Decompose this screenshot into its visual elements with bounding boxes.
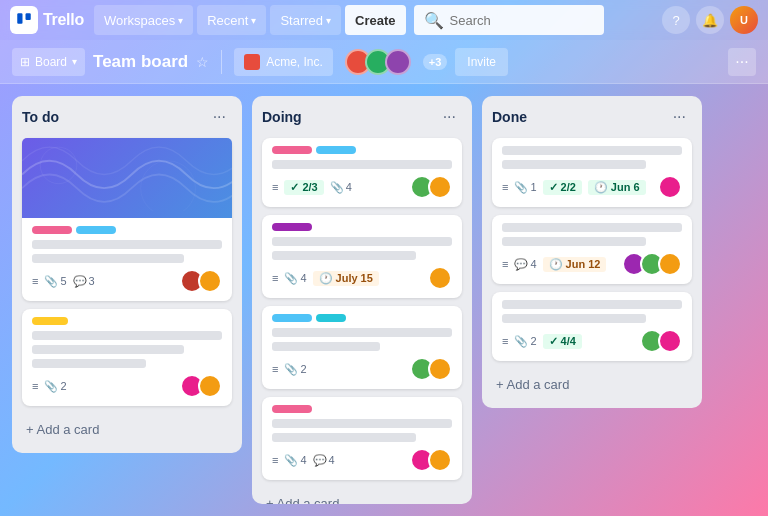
chevron-down-icon: ▾ bbox=[251, 15, 256, 26]
card[interactable]: ≡ 📎 1 ✓ 2/2 🕐 Jun 6 bbox=[492, 138, 692, 207]
recent-menu[interactable]: Recent ▾ bbox=[197, 5, 266, 35]
navbar: Trello Workspaces ▾ Recent ▾ Starred ▾ C… bbox=[0, 0, 768, 40]
card-avatar bbox=[658, 329, 682, 353]
star-icon[interactable]: ☆ bbox=[196, 54, 209, 70]
menu-icon: ≡ bbox=[32, 380, 38, 392]
due-date-badge: 🕐 Jun 12 bbox=[543, 257, 607, 272]
trello-logo[interactable]: Trello bbox=[10, 6, 84, 34]
card-text bbox=[502, 223, 682, 232]
card[interactable]: ≡ 📎 2 bbox=[22, 309, 232, 406]
more-members-badge[interactable]: +3 bbox=[423, 54, 448, 70]
card-text bbox=[272, 328, 452, 337]
clock-icon: 🕐 bbox=[549, 258, 563, 271]
card-avatars bbox=[410, 448, 452, 472]
user-avatar[interactable]: U bbox=[730, 6, 758, 34]
card-text bbox=[272, 251, 416, 260]
column-header-todo: To do ··· bbox=[22, 106, 232, 128]
notifications-button[interactable]: 🔔 bbox=[696, 6, 724, 34]
card-avatars bbox=[180, 374, 222, 398]
card-text bbox=[502, 300, 682, 309]
menu-icon: ≡ bbox=[272, 363, 278, 375]
card-text bbox=[272, 419, 452, 428]
column-header-doing: Doing ··· bbox=[262, 106, 462, 128]
chevron-down-icon: ▾ bbox=[72, 56, 77, 67]
comments: 💬 3 bbox=[73, 275, 95, 288]
menu-icon: ≡ bbox=[272, 181, 278, 193]
card-avatar bbox=[658, 252, 682, 276]
card-text bbox=[32, 254, 184, 263]
column-header-done: Done ··· bbox=[492, 106, 692, 128]
search-box[interactable]: 🔍 bbox=[414, 5, 604, 35]
column-menu-done[interactable]: ··· bbox=[667, 106, 692, 128]
board-header: ⊞ Board ▾ Team board ☆ Acme, Inc. +3 Inv… bbox=[0, 40, 768, 84]
starred-menu[interactable]: Starred ▾ bbox=[270, 5, 341, 35]
member-avatar-3[interactable] bbox=[385, 49, 411, 75]
workspaces-menu[interactable]: Workspaces ▾ bbox=[94, 5, 193, 35]
paperclip-icon: 📎 bbox=[44, 380, 58, 393]
attachments: 📎 2 bbox=[284, 363, 306, 376]
member-avatars bbox=[345, 49, 411, 75]
card-meta: ≡ 📎 4 🕐 July 15 bbox=[272, 266, 452, 290]
workspace-button[interactable]: Acme, Inc. bbox=[234, 48, 333, 76]
card-meta: ≡ 📎 2 ✓ 4/4 bbox=[502, 329, 682, 353]
card-avatars bbox=[428, 266, 452, 290]
card-text bbox=[272, 160, 452, 169]
label bbox=[32, 226, 72, 234]
label bbox=[272, 223, 312, 231]
card-avatar bbox=[198, 374, 222, 398]
board-more-button[interactable]: ··· bbox=[728, 48, 756, 76]
column-done: Done ··· ≡ 📎 1 ✓ 2/2 🕐 Jun 6 bbox=[482, 96, 702, 408]
card-avatars bbox=[410, 175, 452, 199]
card-avatar bbox=[428, 357, 452, 381]
card-avatar bbox=[428, 448, 452, 472]
board-type-button[interactable]: ⊞ Board ▾ bbox=[12, 48, 85, 76]
card-text bbox=[502, 160, 646, 169]
menu-icon: ≡ bbox=[502, 335, 508, 347]
card-avatar bbox=[428, 266, 452, 290]
card-avatars bbox=[622, 252, 682, 276]
card-meta: ≡ 📎 5 💬 3 bbox=[32, 269, 222, 293]
paperclip-icon: 📎 bbox=[44, 275, 58, 288]
attachments: 📎 1 bbox=[514, 181, 536, 194]
card[interactable]: ≡ 📎 2 bbox=[262, 306, 462, 389]
trello-wordmark: Trello bbox=[43, 11, 84, 29]
create-button[interactable]: Create bbox=[345, 5, 405, 35]
label bbox=[272, 314, 312, 322]
card-cover bbox=[22, 138, 232, 218]
card-labels bbox=[272, 146, 452, 154]
svg-point-2 bbox=[40, 147, 77, 184]
card-meta: ≡ 📎 1 ✓ 2/2 🕐 Jun 6 bbox=[502, 175, 682, 199]
column-menu-doing[interactable]: ··· bbox=[437, 106, 462, 128]
add-card-button-done[interactable]: + Add a card bbox=[492, 371, 692, 398]
column-doing: Doing ··· ≡ ✓ 2/3 📎 4 bbox=[252, 96, 472, 504]
help-button[interactable]: ? bbox=[662, 6, 690, 34]
svg-point-3 bbox=[141, 161, 196, 211]
column-menu-todo[interactable]: ··· bbox=[207, 106, 232, 128]
menu-icon: ≡ bbox=[272, 454, 278, 466]
card[interactable]: ≡ 💬 4 🕐 Jun 12 bbox=[492, 215, 692, 284]
card[interactable]: ≡ 📎 2 ✓ 4/4 bbox=[492, 292, 692, 361]
checklist-badge: ✓ 2/2 bbox=[543, 180, 582, 195]
menu-icon: ≡ bbox=[502, 258, 508, 270]
card-text bbox=[32, 359, 146, 368]
clock-icon: 🕐 bbox=[594, 181, 608, 194]
label bbox=[272, 146, 312, 154]
column-title-done: Done bbox=[492, 109, 527, 125]
card[interactable]: ≡ ✓ 2/3 📎 4 bbox=[262, 138, 462, 207]
add-card-button-doing[interactable]: + Add a card bbox=[262, 490, 462, 504]
invite-button[interactable]: Invite bbox=[455, 48, 508, 76]
add-card-button-todo[interactable]: + Add a card bbox=[22, 416, 232, 443]
card[interactable]: ≡ 📎 4 💬 4 bbox=[262, 397, 462, 480]
check-icon: ✓ bbox=[549, 335, 558, 348]
search-input[interactable] bbox=[450, 13, 590, 28]
checklist-badge: ✓ 4/4 bbox=[543, 334, 582, 349]
search-icon: 🔍 bbox=[424, 11, 444, 30]
card[interactable]: ≡ 📎 4 🕐 July 15 bbox=[262, 215, 462, 298]
nav-right: ? 🔔 U bbox=[662, 6, 758, 34]
svg-rect-0 bbox=[17, 13, 22, 24]
menu-icon: ≡ bbox=[502, 181, 508, 193]
card[interactable]: ≡ 📎 5 💬 3 bbox=[22, 138, 232, 301]
card-meta: ≡ ✓ 2/3 📎 4 bbox=[272, 175, 452, 199]
card-labels bbox=[272, 405, 452, 413]
card-text bbox=[32, 240, 222, 249]
